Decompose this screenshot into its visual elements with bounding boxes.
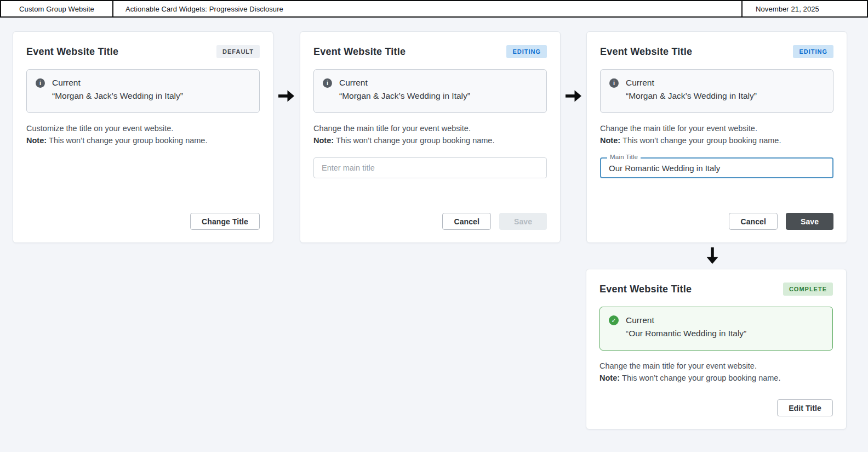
card-default-state: Event Website Title DEFAULT i Current “M… (13, 31, 273, 243)
note-line: Note:This won’t change your group bookin… (313, 135, 547, 147)
arrow-right-icon (277, 88, 296, 104)
current-label: Current (52, 78, 81, 88)
current-row: i Current (609, 78, 824, 88)
card-title: Event Website Title (600, 45, 692, 58)
top-bar-date: November 21, 2025 (741, 1, 867, 16)
arrow-right-icon (564, 88, 584, 104)
card-description: Change the main title for your event web… (599, 360, 833, 384)
description-line: Change the main title for your event web… (600, 123, 833, 135)
current-row: ✓ Current (609, 315, 824, 325)
card-actions: Edit Title (777, 399, 833, 416)
note-text: This won’t change your group booking nam… (336, 136, 494, 145)
card-editing-filled-state: Event Website Title EDITING i Current “M… (586, 31, 847, 243)
card-actions: Change Title (190, 213, 260, 230)
current-label: Current (626, 315, 654, 325)
card-header: Event Website Title EDITING (313, 45, 547, 58)
note-label: Note: (600, 136, 620, 145)
card-description: Customize the title on your event websit… (26, 123, 260, 146)
cards-row: Event Website Title DEFAULT i Current “M… (13, 31, 847, 243)
current-title-value: “Morgan & Jack’s Wedding in Italy” (626, 91, 824, 101)
save-button[interactable]: Save (786, 213, 833, 230)
card-title: Event Website Title (599, 282, 692, 295)
description-line: Customize the title on your event websit… (26, 123, 260, 135)
status-badge-editing: EDITING (506, 45, 547, 58)
current-title-box: i Current “Morgan & Jack’s Wedding in It… (600, 69, 833, 113)
note-line: Note:This won’t change your group bookin… (599, 372, 833, 385)
flow-arrow-down-gap (704, 246, 721, 268)
card-title: Event Website Title (26, 45, 118, 58)
check-icon: ✓ (609, 315, 619, 325)
current-row: i Current (36, 78, 250, 88)
current-label: Current (339, 78, 368, 88)
cancel-button[interactable]: Cancel (442, 213, 491, 230)
card-actions: Cancel Save (729, 213, 833, 230)
card-editing-empty-state: Event Website Title EDITING i Current “M… (300, 31, 561, 243)
note-text: This won’t change your group booking nam… (623, 136, 781, 145)
card-complete-state: Event Website Title COMPLETE ✓ Current “… (586, 269, 847, 430)
description-line: Change the main title for your event web… (599, 360, 833, 372)
top-bar: Custom Group Website Actionable Card Wid… (0, 0, 868, 18)
cancel-button[interactable]: Cancel (729, 213, 778, 230)
info-icon: i (36, 78, 45, 88)
change-title-button[interactable]: Change Title (190, 213, 260, 230)
flow-arrow-gap (273, 88, 300, 104)
current-title-box-complete: ✓ Current “Our Romantic Wedding in Italy… (599, 307, 833, 351)
save-button-disabled[interactable]: Save (499, 213, 547, 230)
note-text: This won’t change your group booking nam… (49, 136, 207, 145)
main-title-input[interactable] (600, 157, 833, 178)
status-badge-editing: EDITING (793, 45, 833, 58)
note-label: Note: (26, 136, 47, 145)
info-icon: i (609, 78, 619, 88)
status-badge-default: DEFAULT (216, 45, 260, 58)
main-title-field: Main Title (600, 157, 833, 178)
card-header: Event Website Title DEFAULT (26, 45, 260, 58)
current-title-value: “Our Romantic Wedding in Italy” (626, 329, 824, 338)
current-label: Current (626, 78, 654, 88)
main-title-input[interactable] (313, 157, 547, 178)
card-description: Change the main title for your event web… (600, 123, 833, 146)
current-row: i Current (323, 78, 538, 88)
current-title-box: i Current “Morgan & Jack’s Wedding in It… (313, 69, 547, 113)
card-title: Event Website Title (313, 45, 406, 58)
card-header: Event Website Title EDITING (600, 45, 833, 58)
current-title-box: i Current “Morgan & Jack’s Wedding in It… (26, 69, 260, 113)
card-header: Event Website Title COMPLETE (599, 282, 833, 296)
arrow-down-icon (704, 246, 721, 266)
note-line: Note:This won’t change your group bookin… (26, 135, 260, 147)
note-label: Note: (313, 136, 334, 145)
current-title-value: “Morgan & Jack’s Wedding in Italy” (339, 91, 538, 101)
note-line: Note:This won’t change your group bookin… (600, 135, 833, 147)
status-badge-complete: COMPLETE (783, 282, 833, 296)
card-description: Change the main title for your event web… (313, 123, 547, 146)
description-line: Change the main title for your event web… (313, 123, 547, 135)
top-bar-project-name: Custom Group Website (1, 1, 113, 16)
edit-title-button[interactable]: Edit Title (777, 399, 833, 416)
info-icon: i (323, 78, 332, 88)
current-title-value: “Morgan & Jack’s Wedding in Italy” (52, 91, 250, 101)
card-actions: Cancel Save (442, 213, 547, 230)
input-floating-label: Main Title (607, 154, 641, 160)
top-bar-page-title: Actionable Card Widgets: Progressive Dis… (113, 1, 741, 16)
note-label: Note: (599, 374, 620, 382)
note-text: This won’t change your group booking nam… (622, 374, 780, 382)
flow-arrow-gap (561, 88, 586, 104)
